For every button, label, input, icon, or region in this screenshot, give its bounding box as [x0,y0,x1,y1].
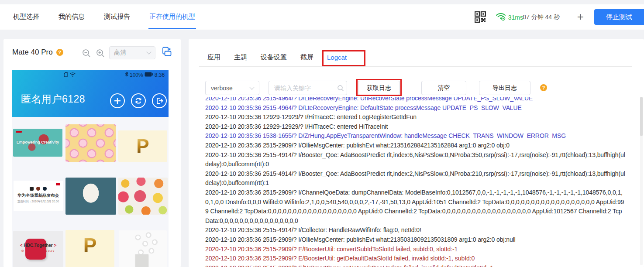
latency-value: 31ms [508,14,523,21]
pantone-card [135,254,148,267]
phone-add-icon[interactable] [110,93,125,108]
zoom-in-icon[interactable] [96,49,105,59]
log-line: 2020-12-10 20:35:36 2515-2909/? E/Booste… [205,245,625,254]
log-line: 2020-12-10 20:35:36 12929-12929/? I/HiTr… [205,122,625,132]
log-level-value: verbose [211,85,233,92]
stop-test-button[interactable]: 停止测试 [594,9,644,25]
chevron-down-icon [146,49,151,54]
session-timer: 07 分钟 44 秒 [523,14,560,21]
tab-apps[interactable]: 应用 [207,53,220,62]
phone-clock: 8:36 [155,72,165,78]
device-title-row: Mate 40 Pro ? [12,48,63,57]
sim-icon [64,72,68,79]
tabs-divider [199,66,632,67]
tab-device-selection[interactable]: 机型选择 [13,4,39,29]
battery-icon [145,72,153,78]
device-panel: Mate 40 Pro ? 高清 [3,39,181,267]
hdc-subtitle: 华为开发者大会2020 [13,249,63,253]
log-line: 2020-12-10 20:35:36 1538-1655/? D/ZrHung… [205,131,625,141]
bluetooth-icon [125,72,128,78]
battery-percent: 100% [130,72,143,78]
theme-thumbnail-hot-air-balloon[interactable] [65,178,116,215]
event-title: 华为全场景新品发布会 [14,193,63,199]
add-time-button[interactable]: + [577,10,584,23]
tab-my-info[interactable]: 我的信息 [59,4,85,29]
device-name: Mate 40 Pro [12,48,53,57]
theme-thumbnail-empowering-creativity[interactable]: Empowering Creativity [13,129,62,157]
qr-code-icon[interactable] [475,11,486,23]
panel-tabs: 应用 主题 设备设置 截屏 Logcat [207,51,347,64]
log-line: 2020-12-10 20:35:36 2515-4914/? I/Booste… [205,169,625,188]
log-line: 2020-12-10 20:35:36 2515-2909/? I/OllieM… [205,235,625,245]
log-line: 2020-12-10 20:35:36 2515-4964/? D/LteRec… [205,97,625,103]
theme-thumbnail-white-flowers[interactable] [119,230,167,267]
log-line: 2020-12-10 20:35:36 12929-12929/? I/HiTr… [205,113,625,122]
main-nav-tabs: 机型选择 我的信息 测试报告 正在使用的机型 [13,4,195,29]
remote-phone-screen[interactable]: 100% 8:36 匿名用户6128 [12,70,169,267]
tab-device-settings[interactable]: 设备设置 [261,53,287,62]
search-icon [337,85,344,93]
phone-sync-icon[interactable] [131,93,146,108]
resolution-value: 高清 [114,49,126,57]
theme-thumbnail-lollipops[interactable] [65,124,116,162]
tab-test-report[interactable]: 测试报告 [104,4,130,29]
log-line: 2020-12-10 20:35:36 2515-4914/? I/Booste… [205,151,625,169]
theme-thumbnail-huawei-launch-event[interactable]: 华为全场景新品发布会 直播时间：2020年9月10日 20:00 [14,181,63,211]
theme-thumbnail-gold-p[interactable]: P [118,130,167,162]
event-icons [14,187,63,191]
device-help-icon[interactable]: ? [56,49,63,56]
tab-screenshot[interactable]: 截屏 [300,53,313,62]
rotate-screen-icon[interactable] [162,46,172,58]
phone-exit-icon[interactable] [152,93,167,108]
zoom-out-icon[interactable] [82,49,91,59]
log-line: 2020-12-10 20:35:36 2515-2909/? I/OllieM… [205,141,625,151]
tab-device-in-use[interactable]: 正在使用的机型 [149,4,195,29]
theme-thumbnail-citrus-slices[interactable] [118,178,168,215]
clear-logs-button[interactable]: 清空 [421,81,466,95]
phone-username: 匿名用户6128 [21,92,85,106]
chevron-down-icon [249,85,254,89]
log-line: 2020-12-10 20:35:36 2515-4914/? I/Collec… [205,226,625,235]
export-logs-button[interactable]: 导出日志 [479,81,530,95]
fetch-logs-button[interactable]: 获取日志 [358,81,400,95]
keyword-search-input[interactable] [269,81,347,95]
thumbnail-caption: Empowering Creativity [13,140,62,144]
phone-statusbar: 100% 8:36 [12,72,169,79]
log-line: 2020-12-10 20:35:36 2515-2909/? I/Channe… [205,188,625,226]
theme-thumbnail-hdc-together[interactable]: < HDC.Together > 华为开发者大会2020 [13,231,63,267]
log-output[interactable]: 2020-12-10 20:35:36 2515-4964/? D/LteRec… [205,97,625,267]
wifi-ok-icon [496,12,506,23]
thumbnail-letter: P [136,135,149,157]
tab-themes[interactable]: 主题 [234,53,247,62]
log-line: 2020-12-10 20:35:36 2515-4964/? D/LteRec… [205,103,625,113]
log-level-select[interactable]: verbose [205,81,259,95]
logcat-help-icon[interactable]: ? [540,84,547,91]
theme-thumbnail-gold-p-2[interactable]: P [65,230,114,267]
huawei-logo-icon [56,183,60,185]
resolution-select[interactable]: 高清 [109,46,155,59]
huawei-logo-icon [16,131,22,133]
logcat-panel: 应用 主题 设备设置 截屏 Logcat verbose 获取日志 清空 导出日… [189,39,644,267]
top-navigation-bar: 机型选择 我的信息 测试报告 正在使用的机型 [0,4,644,30]
thumbnail-letter: P [83,233,97,257]
phone-app-header: 100% 8:36 匿名用户6128 [12,70,169,117]
log-line: 2020-12-10 20:35:36 2515-2909/? E/NrSmar… [205,264,625,267]
network-status: 31ms [496,12,523,23]
wifi-icon [69,72,76,79]
hdc-title: < HDC.Together > [13,243,63,248]
log-line: 2020-12-10 20:35:36 2515-2909/? E/Booste… [205,254,625,264]
tab-logcat[interactable]: Logcat [327,54,347,61]
event-subtitle: 直播时间：2020年9月10日 20:00 [14,200,63,204]
scrollbar-thumb[interactable] [640,97,643,136]
